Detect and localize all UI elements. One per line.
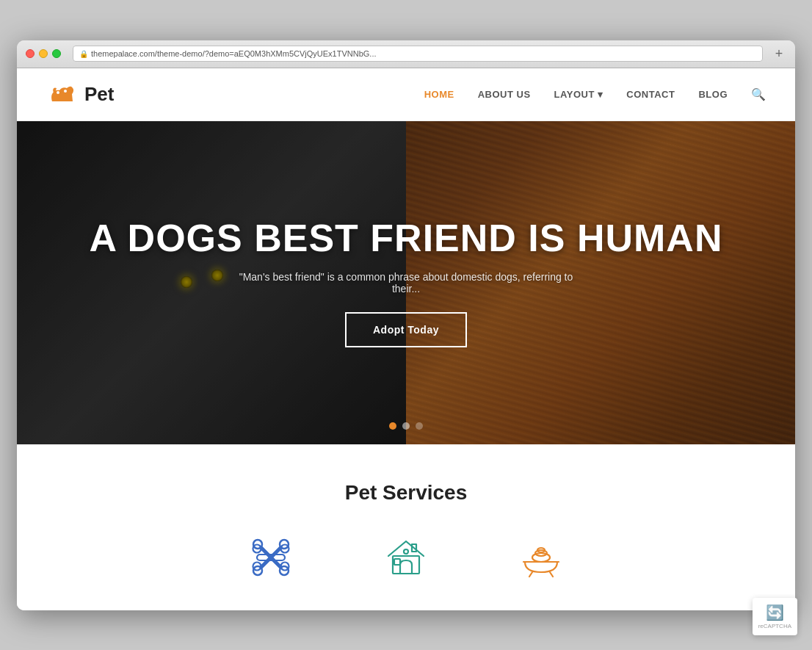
website-content: Pet HOME ABOUT US LAYOUT ▾ CONTACT BLOG … bbox=[17, 68, 795, 610]
svg-line-22 bbox=[550, 572, 553, 577]
logo-area[interactable]: Pet bbox=[46, 78, 114, 110]
nav-layout[interactable]: LAYOUT ▾ bbox=[554, 89, 603, 100]
search-icon[interactable]: 🔍 bbox=[751, 87, 766, 101]
nav-contact[interactable]: CONTACT bbox=[626, 89, 675, 100]
main-nav: HOME ABOUT US LAYOUT ▾ CONTACT BLOG 🔍 bbox=[424, 87, 766, 101]
slider-dots bbox=[389, 422, 423, 430]
url-text: themepalace.com/theme-demo/?demo=aEQ0M3h… bbox=[91, 49, 377, 58]
services-section: Pet Services bbox=[17, 444, 795, 610]
service-grooming bbox=[518, 534, 565, 581]
services-title: Pet Services bbox=[46, 481, 766, 505]
slider-dot-3[interactable] bbox=[416, 422, 423, 430]
service-house bbox=[383, 534, 429, 581]
services-icons-row bbox=[46, 534, 766, 581]
slider-dot-2[interactable] bbox=[402, 422, 410, 430]
adopt-today-button[interactable]: Adopt Today bbox=[345, 312, 467, 347]
close-button[interactable] bbox=[26, 49, 35, 58]
recaptcha-logo: 🔄 bbox=[766, 604, 784, 621]
site-header: Pet HOME ABOUT US LAYOUT ▾ CONTACT BLOG … bbox=[17, 68, 795, 121]
new-tab-button[interactable]: + bbox=[772, 46, 786, 61]
svg-point-16 bbox=[404, 549, 408, 554]
hero-section: A DOGS BEST FRIEND IS HUMAN "Man's best … bbox=[17, 121, 795, 444]
browser-titlebar: 🔒 themepalace.com/theme-demo/?demo=aEQ0M… bbox=[17, 40, 795, 68]
recaptcha-badge: 🔄 reCAPTCHA bbox=[753, 598, 797, 635]
svg-point-1 bbox=[64, 90, 67, 93]
maximize-button[interactable] bbox=[52, 49, 61, 58]
nav-about[interactable]: ABOUT US bbox=[478, 89, 531, 100]
slider-dot-1[interactable] bbox=[389, 422, 396, 430]
svg-rect-15 bbox=[394, 559, 400, 565]
address-bar[interactable]: 🔒 themepalace.com/theme-demo/?demo=aEQ0M… bbox=[73, 46, 763, 62]
chevron-down-icon: ▾ bbox=[598, 89, 603, 100]
browser-window: 🔒 themepalace.com/theme-demo/?demo=aEQ0M… bbox=[17, 40, 795, 610]
nav-blog[interactable]: BLOG bbox=[698, 89, 728, 100]
hero-subtitle: "Man's best friend" is a common phrase a… bbox=[230, 271, 582, 295]
logo-icon bbox=[46, 78, 79, 110]
minimize-button[interactable] bbox=[39, 49, 48, 58]
recaptcha-text: reCAPTCHA bbox=[758, 623, 791, 629]
svg-point-0 bbox=[57, 91, 59, 94]
hero-title: A DOGS BEST FRIEND IS HUMAN bbox=[90, 217, 723, 259]
hero-content: A DOGS BEST FRIEND IS HUMAN "Man's best … bbox=[17, 121, 795, 444]
logo-text: Pet bbox=[84, 83, 114, 106]
traffic-lights bbox=[26, 49, 61, 58]
nav-home[interactable]: HOME bbox=[424, 89, 454, 100]
svg-line-21 bbox=[529, 572, 532, 577]
service-bone bbox=[247, 534, 294, 581]
lock-icon: 🔒 bbox=[79, 50, 88, 58]
